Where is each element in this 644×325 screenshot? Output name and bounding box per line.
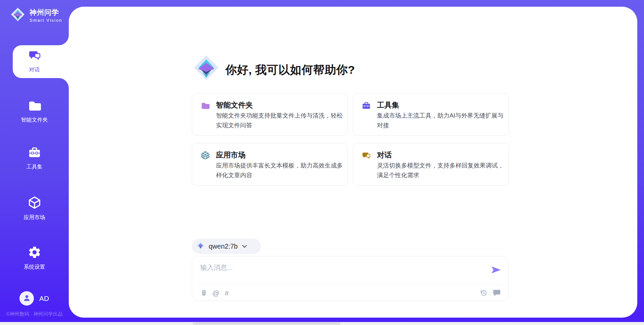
chevron-down-icon <box>242 245 247 248</box>
card-description: 智能文件夹功能支持批量文件上传与清洗，轻松实现文件问答 <box>216 111 347 130</box>
person-icon <box>22 294 31 304</box>
app-root: 神州问学 Smart Vision 对话 智能文件夹 <box>0 0 644 325</box>
brand-title: 神州问学 <box>30 8 62 17</box>
brand-subtitle: Smart Vision <box>30 18 62 23</box>
card-chat[interactable]: 对话 灵活切换多模型文件，支持多样回复效果调试，满足个性化需求 <box>353 143 509 186</box>
folder-icon <box>201 101 210 110</box>
model-selector[interactable]: qwen2:7b <box>192 239 261 254</box>
message-input[interactable] <box>200 261 475 274</box>
composer-divider <box>198 284 502 285</box>
toolbox-icon <box>28 146 41 160</box>
scrollbar-thumb[interactable] <box>193 322 340 325</box>
conversation-icon[interactable] <box>493 289 501 297</box>
sidebar-item-label: 工具集 <box>0 164 69 171</box>
card-title: 智能文件夹 <box>216 100 253 110</box>
card-app-market[interactable]: 应用市场 应用市场提供丰富长文本模板，助力高效生成多样化文章内容 <box>192 143 348 186</box>
sidebar-item-app-market[interactable]: 应用市场 <box>0 196 69 221</box>
user-profile[interactable]: AD <box>19 291 49 306</box>
chat-icon <box>28 49 41 63</box>
card-smart-folder[interactable]: 智能文件夹 智能文件夹功能支持批量文件上传与清洗，轻松实现文件问答 <box>192 93 348 136</box>
sidebar-item-smart-folder[interactable]: 智能文件夹 <box>0 99 69 124</box>
card-title: 应用市场 <box>216 150 246 160</box>
greeting-logo-icon <box>192 54 220 83</box>
diamond-logo-icon <box>10 7 25 23</box>
sidebar-item-label: 系统设置 <box>0 264 69 271</box>
cube-icon <box>28 196 42 211</box>
sidebar-item-label: 对话 <box>0 66 69 73</box>
diamond-logo-icon <box>196 241 205 251</box>
card-description: 灵活切换多模型文件，支持多样回复效果调试，满足个性化需求 <box>377 161 508 180</box>
send-icon[interactable] <box>491 266 501 275</box>
mention-icon[interactable]: @ <box>212 289 219 297</box>
avatar <box>19 291 34 306</box>
greeting-heading: 你好, 我可以如何帮助你? <box>225 62 355 78</box>
sidebar-item-chat[interactable]: 对话 <box>0 49 69 73</box>
card-title: 工具集 <box>377 100 399 110</box>
cube-grid-icon <box>201 151 210 160</box>
history-icon[interactable] <box>480 289 487 297</box>
model-name: qwen2:7b <box>209 243 238 250</box>
sidebar-item-settings[interactable]: 系统设置 <box>0 245 69 271</box>
card-title: 对话 <box>377 150 392 160</box>
user-initials: AD <box>39 295 49 303</box>
tab-fillet-top <box>59 35 69 45</box>
sidebar-item-toolset[interactable]: 工具集 <box>0 146 69 171</box>
brand: 神州问学 Smart Vision <box>10 7 62 23</box>
sidebar-item-label: 智能文件夹 <box>0 117 69 124</box>
hash-icon[interactable]: # <box>225 289 229 297</box>
card-toolset[interactable]: 工具集 集成市场上主流工具，助力AI与外界无缝扩展与对接 <box>353 93 509 136</box>
horizontal-scrollbar[interactable] <box>0 322 644 325</box>
sidebar-footer-text: ©神州数码 · 神州问学出品 <box>0 311 69 317</box>
tab-fillet-bottom <box>59 78 69 88</box>
sidebar-item-label: 应用市场 <box>0 214 69 221</box>
message-composer: @ # <box>192 256 508 301</box>
briefcase-icon <box>362 101 371 110</box>
folder-icon <box>28 99 42 114</box>
chat-icon <box>362 151 371 160</box>
card-description: 集成市场上主流工具，助力AI与外界无缝扩展与对接 <box>377 111 508 130</box>
attachment-icon[interactable] <box>200 289 207 297</box>
card-description: 应用市场提供丰富长文本模板，助力高效生成多样化文章内容 <box>216 161 347 180</box>
gear-icon <box>28 245 42 261</box>
